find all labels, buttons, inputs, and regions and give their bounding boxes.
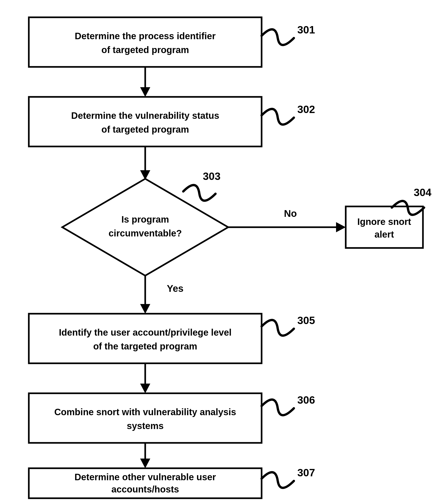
node-302: Determine the vulnerability status of ta… (29, 97, 262, 146)
node-303: Is program circumventable? (62, 179, 228, 276)
callout-305: 305 (297, 314, 315, 326)
node-305-line2: of the targeted program (93, 341, 197, 351)
edge-305-306 (140, 363, 150, 393)
node-305-line1: Identify the user account/privilege leve… (59, 327, 231, 338)
node-303-line2: circumventable? (109, 228, 182, 238)
svg-marker-8 (336, 222, 346, 232)
node-302-line2: of targeted program (101, 124, 189, 134)
node-303-line1: Is program (121, 214, 169, 225)
node-307-line2: accounts/hosts (111, 484, 179, 494)
node-304: Ignore snort alert (346, 206, 423, 248)
node-307-line1: Determine other vulnerable user (74, 472, 216, 482)
svg-rect-3 (29, 97, 262, 146)
node-307: Determine other vulnerable user accounts… (29, 468, 262, 498)
node-304-line2: alert (375, 229, 394, 239)
callout-302: 302 (297, 103, 315, 115)
node-306-line2: systems (127, 421, 164, 431)
callout-301-curve (262, 29, 294, 45)
callout-307-curve (262, 472, 294, 488)
callout-306-curve (262, 400, 294, 415)
edge-303-305: Yes (140, 276, 183, 314)
node-302-line1: Determine the vulnerability status (71, 111, 219, 121)
callout-303: 303 (203, 170, 221, 182)
svg-marker-2 (140, 87, 150, 97)
node-306-line1: Combine snort with vulnerability analysi… (54, 407, 236, 417)
callout-301: 301 (297, 24, 315, 36)
callout-304: 304 (414, 186, 431, 198)
callout-306: 306 (297, 394, 315, 406)
callout-307: 307 (297, 467, 315, 479)
node-301: Determine the process identifier of targ… (29, 17, 262, 67)
svg-marker-6 (62, 179, 228, 276)
svg-marker-10 (140, 304, 150, 314)
edge-label-yes: Yes (167, 283, 183, 294)
callout-303-curve (183, 185, 216, 201)
node-301-line1: Determine the process identifier (75, 31, 216, 41)
node-301-line2: of targeted program (101, 45, 189, 55)
svg-rect-11 (346, 206, 423, 248)
node-305: Identify the user account/privilege leve… (29, 314, 262, 363)
svg-rect-0 (29, 17, 262, 67)
svg-rect-12 (29, 314, 262, 363)
edge-306-307 (140, 443, 150, 468)
svg-marker-17 (140, 459, 150, 468)
callout-305-curve (262, 320, 294, 336)
edge-302-303 (140, 146, 150, 180)
svg-rect-15 (29, 393, 262, 443)
edge-label-no: No (284, 208, 297, 219)
callout-302-curve (262, 109, 294, 124)
node-304-line1: Ignore snort (357, 216, 411, 227)
svg-marker-14 (140, 384, 150, 393)
flowchart: Determine the process identifier of targ… (0, 0, 437, 504)
edge-301-302 (140, 67, 150, 97)
node-306: Combine snort with vulnerability analysi… (29, 393, 262, 443)
edge-303-304: No (228, 208, 346, 232)
